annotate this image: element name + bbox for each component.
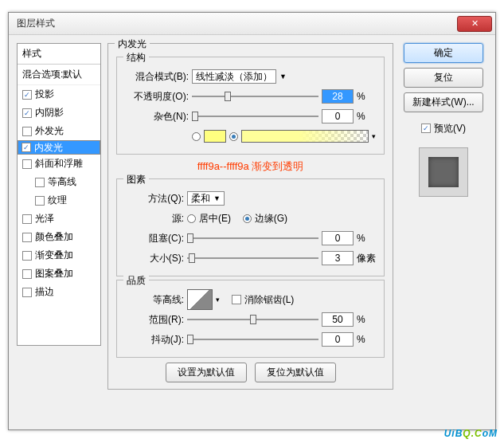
opacity-value[interactable]: 28 <box>322 89 354 104</box>
noise-slider[interactable] <box>192 110 318 123</box>
elements-title: 图素 <box>123 173 149 186</box>
chevron-down-icon[interactable]: ▾ <box>216 296 220 304</box>
style-checkbox[interactable] <box>22 288 32 297</box>
style-checkbox[interactable]: ✓ <box>22 90 32 100</box>
style-item-8[interactable]: 颜色叠加 <box>18 228 100 246</box>
style-checkbox[interactable] <box>35 196 45 206</box>
reset-default-button[interactable]: 复位为默认值 <box>255 363 336 382</box>
preview-label: 预览(V) <box>434 122 466 135</box>
styles-list: 样式 混合选项:默认 ✓投影✓内阴影外发光✓内发光斜面和浮雕等高线纹理光泽颜色叠… <box>17 43 101 346</box>
opacity-unit: % <box>357 91 376 102</box>
structure-title: 结构 <box>123 51 149 65</box>
antialias-label: 消除锯齿(L) <box>244 293 295 307</box>
style-item-1[interactable]: ✓内阴影 <box>18 104 100 122</box>
size-label: 大小(S): <box>125 252 184 265</box>
style-label: 颜色叠加 <box>35 230 73 244</box>
elements-group: 图素 方法(Q): 柔和 ▼ 源: 居中(E) 边缘(G) 阻塞(C): <box>116 178 385 276</box>
source-edge-radio[interactable] <box>243 214 252 223</box>
preview-checkbox[interactable]: ✓ <box>421 123 431 133</box>
opacity-slider[interactable] <box>192 90 318 103</box>
antialias-checkbox[interactable] <box>232 295 241 304</box>
style-item-3[interactable]: ✓内发光 <box>18 140 100 155</box>
color-radio[interactable] <box>192 132 201 141</box>
style-item-5[interactable]: 等高线 <box>18 173 100 191</box>
choke-unit: % <box>357 233 376 244</box>
contour-picker[interactable] <box>187 289 213 310</box>
noise-label: 杂色(N): <box>125 110 189 123</box>
window-title: 图层样式 <box>12 17 457 30</box>
style-label: 纹理 <box>48 194 67 207</box>
style-label: 等高线 <box>48 175 76 189</box>
jitter-unit: % <box>357 334 376 345</box>
panel-title: 内发光 <box>115 37 150 51</box>
style-item-7[interactable]: 光泽 <box>18 210 100 228</box>
new-style-button[interactable]: 新建样式(W)... <box>404 92 483 112</box>
choke-slider[interactable] <box>187 232 318 245</box>
style-item-6[interactable]: 纹理 <box>18 191 100 210</box>
style-checkbox[interactable] <box>22 214 32 224</box>
styles-header[interactable]: 样式 <box>18 44 100 65</box>
titlebar: 图层样式 ✕ <box>9 13 495 35</box>
close-button[interactable]: ✕ <box>457 16 492 32</box>
cancel-button[interactable]: 复位 <box>404 68 483 88</box>
style-checkbox[interactable] <box>22 127 32 136</box>
jitter-label: 抖动(J): <box>125 333 184 347</box>
quality-title: 品质 <box>123 274 149 288</box>
choke-label: 阻塞(C): <box>125 232 184 245</box>
style-item-11[interactable]: 描边 <box>18 283 100 301</box>
style-label: 内阴影 <box>35 106 64 120</box>
chevron-down-icon[interactable]: ▾ <box>372 132 376 140</box>
style-item-10[interactable]: 图案叠加 <box>18 265 100 283</box>
style-checkbox[interactable] <box>35 178 45 187</box>
style-label: 外发光 <box>35 124 64 138</box>
style-label: 描边 <box>35 285 54 299</box>
size-slider[interactable] <box>187 252 318 265</box>
range-label: 范围(R): <box>125 313 184 327</box>
opacity-label: 不透明度(O): <box>125 90 189 104</box>
style-label: 投影 <box>35 88 54 101</box>
style-label: 内发光 <box>34 141 63 155</box>
style-item-0[interactable]: ✓投影 <box>18 85 100 104</box>
size-value[interactable]: 3 <box>322 251 354 265</box>
style-item-9[interactable]: 渐变叠加 <box>18 246 100 265</box>
noise-unit: % <box>357 111 376 122</box>
gradient-note: ffff9a--ffff9a 渐变到透明 <box>116 158 385 175</box>
blend-options-default[interactable]: 混合选项:默认 <box>18 65 100 85</box>
range-value[interactable]: 50 <box>322 312 354 327</box>
choke-value[interactable]: 0 <box>322 231 354 245</box>
contour-label: 等高线: <box>125 293 184 307</box>
style-item-2[interactable]: 外发光 <box>18 122 100 140</box>
blend-mode-label: 混合模式(B): <box>125 70 189 84</box>
style-checkbox[interactable]: ✓ <box>21 143 31 152</box>
color-swatch[interactable] <box>204 130 226 143</box>
style-checkbox[interactable]: ✓ <box>22 108 32 118</box>
ok-button[interactable]: 确定 <box>404 43 483 63</box>
range-slider[interactable] <box>187 313 318 326</box>
noise-value[interactable]: 0 <box>322 109 354 123</box>
style-label: 光泽 <box>35 212 54 225</box>
jitter-slider[interactable] <box>187 333 318 346</box>
source-label: 源: <box>125 212 184 225</box>
chevron-down-icon[interactable]: ▼ <box>279 73 287 80</box>
inner-glow-panel: 内发光 结构 混合模式(B): 线性减淡（添加）▼ 不透明度(O): 28 % <box>107 43 393 390</box>
watermark: UiBQ.CoM <box>444 425 498 440</box>
style-item-4[interactable]: 斜面和浮雕 <box>18 155 100 173</box>
style-checkbox[interactable] <box>22 159 32 169</box>
style-checkbox[interactable] <box>22 251 32 261</box>
gradient-picker[interactable] <box>241 130 369 143</box>
style-checkbox[interactable] <box>22 233 32 242</box>
preview-box <box>419 147 468 197</box>
style-label: 图案叠加 <box>35 267 73 280</box>
gradient-radio[interactable] <box>229 132 238 141</box>
range-unit: % <box>357 314 376 325</box>
chevron-down-icon: ▼ <box>213 194 221 202</box>
quality-group: 品质 等高线: ▾ 消除锯齿(L) 范围(R): 50 % <box>116 280 385 358</box>
style-label: 斜面和浮雕 <box>35 157 83 171</box>
blend-mode-select[interactable]: 线性减淡（添加） <box>192 69 276 84</box>
jitter-value[interactable]: 0 <box>322 332 354 347</box>
style-label: 渐变叠加 <box>35 249 73 262</box>
technique-select[interactable]: 柔和 ▼ <box>187 191 225 206</box>
set-default-button[interactable]: 设置为默认值 <box>166 363 247 382</box>
style-checkbox[interactable] <box>22 269 32 279</box>
source-center-radio[interactable] <box>187 214 196 223</box>
